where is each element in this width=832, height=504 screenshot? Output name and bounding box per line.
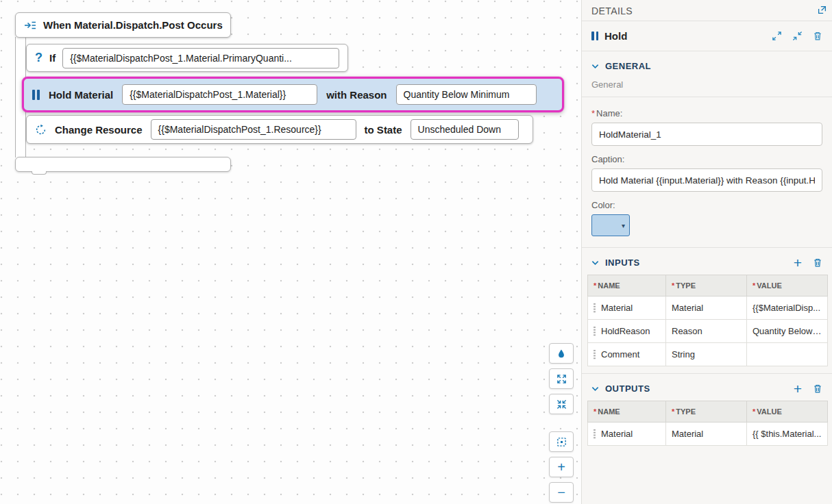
expand-block-button[interactable] xyxy=(772,31,782,41)
caption-label: Caption: xyxy=(591,154,822,164)
general-section-header: GENERAL xyxy=(582,51,832,78)
to-state-label: to State xyxy=(365,124,402,136)
workflow-editor: When Material.Dispatch.Post Occurs ? If … xyxy=(0,0,832,504)
collapse-icon xyxy=(556,399,567,410)
zoom-in-button[interactable]: + xyxy=(549,457,574,477)
delete-input-button[interactable] xyxy=(813,257,822,268)
outputs-table: *NAME *TYPE *VALUE Material Material {{ … xyxy=(587,401,828,446)
if-block[interactable]: ? If {{$MaterialDispatchPost_1.Material.… xyxy=(26,44,348,72)
inputs-section-header: INPUTS + xyxy=(582,248,832,275)
pause-icon xyxy=(32,90,40,100)
workflow-canvas[interactable]: When Material.Dispatch.Post Occurs ? If … xyxy=(0,0,581,504)
collapse-canvas-button[interactable] xyxy=(549,394,574,414)
delete-block-button[interactable] xyxy=(813,31,822,41)
expand-icon xyxy=(556,374,567,384)
outputs-section-header: OUTPUTS + xyxy=(582,374,832,401)
hold-material-label: Hold Material xyxy=(49,89,113,101)
required-asterisk: * xyxy=(591,108,595,118)
general-group-label: General xyxy=(582,78,832,97)
column-header-value: *VALUE xyxy=(747,401,828,423)
chevron-down-icon[interactable] xyxy=(591,386,599,392)
change-resource-block[interactable]: Change Resource {{$MaterialDispatchPost_… xyxy=(26,115,533,144)
table-row[interactable]: HoldReason Reason Quantity Below ... xyxy=(588,320,828,343)
outputs-table-header-row: *NAME *TYPE *VALUE xyxy=(588,401,828,423)
name-input[interactable] xyxy=(591,123,822,146)
column-header-type: *TYPE xyxy=(666,401,747,423)
with-reason-label: with Reason xyxy=(326,89,387,101)
color-label: Color: xyxy=(591,200,822,210)
drag-handle-icon[interactable] xyxy=(594,429,596,439)
trigger-container-footer xyxy=(15,157,231,172)
collapse-block-button[interactable] xyxy=(792,31,803,41)
if-condition-field[interactable]: {{$MaterialDispatchPost_1.Material.Prima… xyxy=(62,48,339,68)
hold-material-value-field[interactable]: {{$MaterialDispatchPost_1.Material}} xyxy=(122,84,317,105)
popout-panel-button[interactable] xyxy=(818,5,827,14)
general-section-label: GENERAL xyxy=(605,61,651,71)
selected-block-header: Hold xyxy=(582,21,832,51)
if-keyword-label: If xyxy=(49,52,56,64)
caption-input[interactable] xyxy=(591,168,822,192)
zoom-out-button[interactable]: − xyxy=(549,482,574,503)
drag-handle-icon[interactable] xyxy=(594,349,596,360)
general-form: *Name: Caption: Color: ▾ xyxy=(582,97,832,236)
add-input-button[interactable]: + xyxy=(794,258,802,268)
plus-icon: + xyxy=(557,459,565,475)
column-header-name: *NAME xyxy=(588,275,666,297)
pause-icon xyxy=(591,32,598,40)
name-label: *Name: xyxy=(591,108,822,118)
drag-handle-icon[interactable] xyxy=(594,303,596,313)
droplet-icon xyxy=(556,349,566,359)
hold-reason-value-field[interactable]: Quantity Below Minimum xyxy=(396,84,537,105)
column-header-name: *NAME xyxy=(588,401,666,423)
column-header-type: *TYPE xyxy=(666,275,747,297)
details-panel: DETAILS Hold xyxy=(581,0,832,504)
minus-icon: − xyxy=(557,485,565,501)
outputs-actions: + xyxy=(794,383,822,394)
question-mark-icon: ? xyxy=(35,51,42,65)
trigger-event-icon xyxy=(24,21,36,30)
expand-canvas-button[interactable] xyxy=(549,368,574,389)
change-resource-label: Change Resource xyxy=(55,124,143,136)
trigger-container-footer-tab xyxy=(32,171,47,175)
delete-output-button[interactable] xyxy=(813,383,822,394)
details-panel-title: DETAILS xyxy=(591,5,633,16)
block-actions xyxy=(772,31,822,41)
table-row[interactable]: Material Material {{ $this.Material... xyxy=(588,423,828,446)
state-change-icon xyxy=(35,124,47,136)
trigger-block-label: When Material.Dispatch.Post Occurs xyxy=(43,19,223,31)
inputs-actions: + xyxy=(794,257,822,268)
selected-block-title: Hold xyxy=(604,30,627,42)
inputs-section-label: INPUTS xyxy=(605,257,640,268)
table-row[interactable]: Comment String xyxy=(588,343,828,366)
caret-down-icon: ▾ xyxy=(622,222,625,229)
fit-view-button[interactable] xyxy=(549,431,574,452)
resource-value-field[interactable]: {{$MaterialDispatchPost_1.Resource}} xyxy=(151,119,356,140)
details-panel-header: DETAILS xyxy=(582,0,832,21)
inputs-table-header-row: *NAME *TYPE *VALUE xyxy=(588,275,828,297)
color-picker-dropdown[interactable]: ▾ xyxy=(591,214,630,236)
drag-handle-icon[interactable] xyxy=(594,326,596,336)
add-output-button[interactable]: + xyxy=(794,384,802,394)
column-header-value: *VALUE xyxy=(747,275,828,297)
chevron-down-icon[interactable] xyxy=(591,64,599,69)
chevron-down-icon[interactable] xyxy=(591,260,599,266)
paint-droplet-button[interactable] xyxy=(549,343,574,364)
outputs-section-label: OUTPUTS xyxy=(605,383,650,394)
fit-view-icon xyxy=(556,437,567,447)
state-value-field[interactable]: Unscheduled Down xyxy=(411,119,519,140)
table-row[interactable]: Material Material {{$MaterialDisp... xyxy=(588,297,828,320)
hold-material-block-selected[interactable]: Hold Material {{$MaterialDispatchPost_1.… xyxy=(22,77,564,112)
trigger-block[interactable]: When Material.Dispatch.Post Occurs xyxy=(15,12,231,38)
inputs-table: *NAME *TYPE *VALUE Material Material {{$… xyxy=(587,275,828,366)
